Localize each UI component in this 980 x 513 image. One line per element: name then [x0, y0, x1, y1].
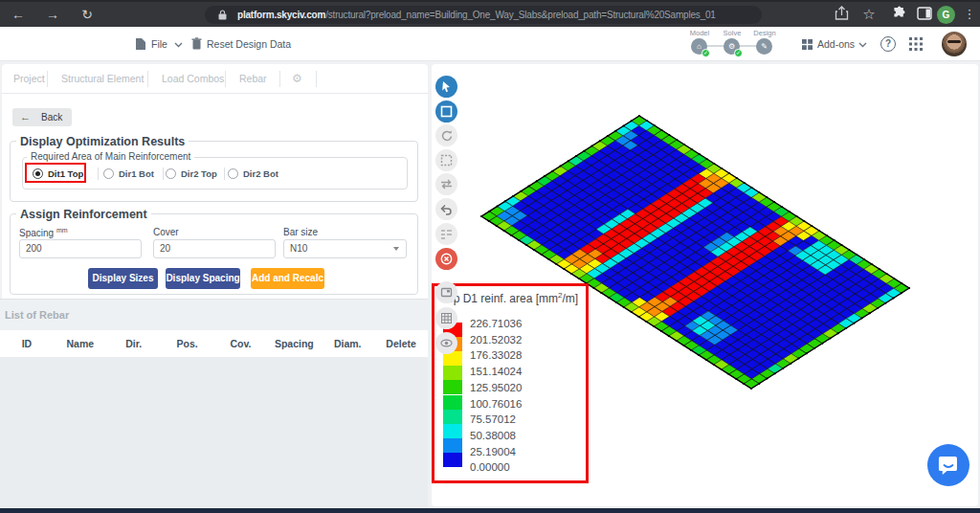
grid-toggle-tool[interactable] — [435, 307, 457, 329]
chat-icon — [938, 455, 959, 476]
grid-icon — [439, 311, 454, 325]
chat-launcher[interactable] — [927, 444, 969, 486]
visibility-tool[interactable] — [435, 332, 457, 354]
annotation-box-radio — [25, 163, 86, 183]
eye-icon — [439, 336, 454, 350]
window-icon — [439, 285, 454, 300]
snapshot-tool[interactable] — [435, 281, 457, 303]
